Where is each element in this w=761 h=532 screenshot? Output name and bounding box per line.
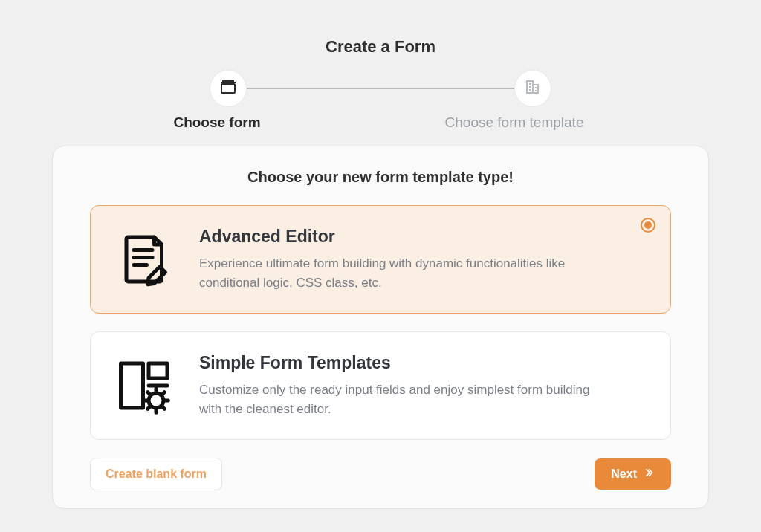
option-title: Simple Form Templates — [199, 353, 650, 373]
option-description: Customize only the ready input fields an… — [199, 380, 600, 418]
option-title: Advanced Editor — [199, 227, 650, 247]
radio-selected[interactable] — [641, 218, 655, 233]
option-simple-templates[interactable]: Simple Form Templates Customize only the… — [90, 331, 671, 440]
next-button[interactable]: Next — [595, 458, 671, 490]
step-1-label: Choose form — [143, 114, 291, 131]
form-type-panel: Choose your new form template type! Adva… — [52, 146, 709, 509]
create-blank-form-button[interactable]: Create blank form — [90, 458, 222, 490]
svg-rect-6 — [121, 363, 143, 408]
option-advanced-editor[interactable]: Advanced Editor Experience ultimate form… — [90, 205, 671, 314]
document-edit-icon — [113, 227, 177, 291]
building-icon — [524, 78, 542, 99]
step-1 — [210, 70, 247, 107]
layout-gear-icon — [113, 354, 177, 418]
svg-rect-7 — [149, 363, 167, 378]
next-button-label: Next — [611, 467, 637, 481]
panel-heading: Choose your new form template type! — [90, 169, 671, 186]
option-description: Experience ultimate form building with d… — [199, 254, 600, 292]
step-2-label: Choose form template — [410, 114, 618, 131]
radio-dot-icon — [644, 221, 652, 229]
archive-box-icon — [219, 78, 237, 99]
stepper — [22, 70, 739, 107]
chevron-double-right-icon — [643, 467, 655, 481]
svg-rect-2 — [533, 85, 538, 93]
page-title: Create a Form — [22, 37, 739, 56]
step-2-circle — [514, 70, 551, 107]
step-1-circle — [210, 70, 247, 107]
step-2 — [514, 70, 551, 107]
svg-rect-0 — [221, 84, 235, 93]
